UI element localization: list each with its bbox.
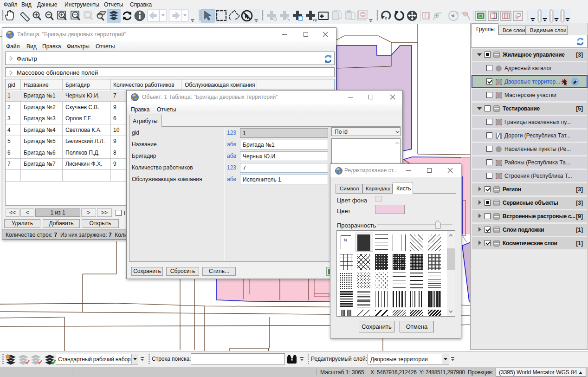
svg-text:x: x [385, 16, 387, 20]
svg-text:xy: xy [312, 18, 317, 22]
